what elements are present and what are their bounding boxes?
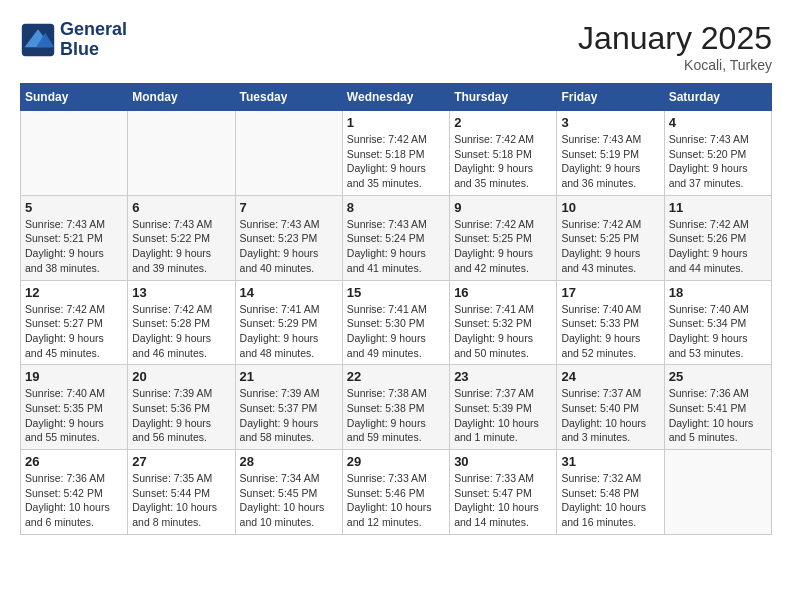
day-info: Sunrise: 7:36 AM Sunset: 5:41 PM Dayligh… — [669, 386, 767, 445]
calendar-cell: 11Sunrise: 7:42 AM Sunset: 5:26 PM Dayli… — [664, 195, 771, 280]
calendar-cell — [664, 450, 771, 535]
day-number: 30 — [454, 454, 552, 469]
day-number: 26 — [25, 454, 123, 469]
calendar-cell: 28Sunrise: 7:34 AM Sunset: 5:45 PM Dayli… — [235, 450, 342, 535]
calendar-cell: 7Sunrise: 7:43 AM Sunset: 5:23 PM Daylig… — [235, 195, 342, 280]
calendar-week-row: 5Sunrise: 7:43 AM Sunset: 5:21 PM Daylig… — [21, 195, 772, 280]
day-info: Sunrise: 7:43 AM Sunset: 5:20 PM Dayligh… — [669, 132, 767, 191]
calendar-cell: 21Sunrise: 7:39 AM Sunset: 5:37 PM Dayli… — [235, 365, 342, 450]
day-number: 6 — [132, 200, 230, 215]
calendar-cell: 10Sunrise: 7:42 AM Sunset: 5:25 PM Dayli… — [557, 195, 664, 280]
weekday-header: Tuesday — [235, 84, 342, 111]
calendar-cell: 31Sunrise: 7:32 AM Sunset: 5:48 PM Dayli… — [557, 450, 664, 535]
calendar-cell: 20Sunrise: 7:39 AM Sunset: 5:36 PM Dayli… — [128, 365, 235, 450]
calendar-cell: 30Sunrise: 7:33 AM Sunset: 5:47 PM Dayli… — [450, 450, 557, 535]
calendar-cell — [128, 111, 235, 196]
calendar-cell: 8Sunrise: 7:43 AM Sunset: 5:24 PM Daylig… — [342, 195, 449, 280]
day-info: Sunrise: 7:32 AM Sunset: 5:48 PM Dayligh… — [561, 471, 659, 530]
day-number: 5 — [25, 200, 123, 215]
calendar-cell: 25Sunrise: 7:36 AM Sunset: 5:41 PM Dayli… — [664, 365, 771, 450]
day-info: Sunrise: 7:43 AM Sunset: 5:23 PM Dayligh… — [240, 217, 338, 276]
day-number: 31 — [561, 454, 659, 469]
day-info: Sunrise: 7:40 AM Sunset: 5:33 PM Dayligh… — [561, 302, 659, 361]
day-info: Sunrise: 7:33 AM Sunset: 5:47 PM Dayligh… — [454, 471, 552, 530]
day-number: 15 — [347, 285, 445, 300]
calendar-cell: 23Sunrise: 7:37 AM Sunset: 5:39 PM Dayli… — [450, 365, 557, 450]
calendar-week-row: 12Sunrise: 7:42 AM Sunset: 5:27 PM Dayli… — [21, 280, 772, 365]
day-info: Sunrise: 7:43 AM Sunset: 5:19 PM Dayligh… — [561, 132, 659, 191]
day-info: Sunrise: 7:39 AM Sunset: 5:37 PM Dayligh… — [240, 386, 338, 445]
day-number: 28 — [240, 454, 338, 469]
day-number: 2 — [454, 115, 552, 130]
day-number: 12 — [25, 285, 123, 300]
day-number: 14 — [240, 285, 338, 300]
calendar-cell: 2Sunrise: 7:42 AM Sunset: 5:18 PM Daylig… — [450, 111, 557, 196]
weekday-header: Monday — [128, 84, 235, 111]
calendar-week-row: 1Sunrise: 7:42 AM Sunset: 5:18 PM Daylig… — [21, 111, 772, 196]
day-info: Sunrise: 7:42 AM Sunset: 5:27 PM Dayligh… — [25, 302, 123, 361]
day-info: Sunrise: 7:34 AM Sunset: 5:45 PM Dayligh… — [240, 471, 338, 530]
day-number: 16 — [454, 285, 552, 300]
calendar-header-row: SundayMondayTuesdayWednesdayThursdayFrid… — [21, 84, 772, 111]
day-number: 11 — [669, 200, 767, 215]
day-info: Sunrise: 7:40 AM Sunset: 5:35 PM Dayligh… — [25, 386, 123, 445]
calendar-cell: 4Sunrise: 7:43 AM Sunset: 5:20 PM Daylig… — [664, 111, 771, 196]
calendar-cell: 29Sunrise: 7:33 AM Sunset: 5:46 PM Dayli… — [342, 450, 449, 535]
day-number: 1 — [347, 115, 445, 130]
calendar: SundayMondayTuesdayWednesdayThursdayFrid… — [20, 83, 772, 535]
day-number: 3 — [561, 115, 659, 130]
day-number: 10 — [561, 200, 659, 215]
day-info: Sunrise: 7:41 AM Sunset: 5:30 PM Dayligh… — [347, 302, 445, 361]
page-header: General Blue January 2025 Kocali, Turkey — [20, 20, 772, 73]
weekday-header: Friday — [557, 84, 664, 111]
day-number: 20 — [132, 369, 230, 384]
calendar-cell: 15Sunrise: 7:41 AM Sunset: 5:30 PM Dayli… — [342, 280, 449, 365]
day-info: Sunrise: 7:39 AM Sunset: 5:36 PM Dayligh… — [132, 386, 230, 445]
calendar-cell: 5Sunrise: 7:43 AM Sunset: 5:21 PM Daylig… — [21, 195, 128, 280]
weekday-header: Thursday — [450, 84, 557, 111]
location: Kocali, Turkey — [578, 57, 772, 73]
day-number: 19 — [25, 369, 123, 384]
day-number: 9 — [454, 200, 552, 215]
day-info: Sunrise: 7:43 AM Sunset: 5:24 PM Dayligh… — [347, 217, 445, 276]
weekday-header: Saturday — [664, 84, 771, 111]
calendar-cell: 17Sunrise: 7:40 AM Sunset: 5:33 PM Dayli… — [557, 280, 664, 365]
day-info: Sunrise: 7:42 AM Sunset: 5:18 PM Dayligh… — [454, 132, 552, 191]
calendar-cell: 3Sunrise: 7:43 AM Sunset: 5:19 PM Daylig… — [557, 111, 664, 196]
calendar-cell — [21, 111, 128, 196]
day-info: Sunrise: 7:42 AM Sunset: 5:25 PM Dayligh… — [561, 217, 659, 276]
day-number: 4 — [669, 115, 767, 130]
calendar-cell: 6Sunrise: 7:43 AM Sunset: 5:22 PM Daylig… — [128, 195, 235, 280]
day-number: 22 — [347, 369, 445, 384]
day-info: Sunrise: 7:42 AM Sunset: 5:18 PM Dayligh… — [347, 132, 445, 191]
logo-text: General Blue — [60, 20, 127, 60]
calendar-cell: 16Sunrise: 7:41 AM Sunset: 5:32 PM Dayli… — [450, 280, 557, 365]
logo-icon — [20, 22, 56, 58]
day-info: Sunrise: 7:37 AM Sunset: 5:39 PM Dayligh… — [454, 386, 552, 445]
day-info: Sunrise: 7:38 AM Sunset: 5:38 PM Dayligh… — [347, 386, 445, 445]
day-info: Sunrise: 7:36 AM Sunset: 5:42 PM Dayligh… — [25, 471, 123, 530]
day-number: 24 — [561, 369, 659, 384]
calendar-cell: 19Sunrise: 7:40 AM Sunset: 5:35 PM Dayli… — [21, 365, 128, 450]
calendar-cell: 13Sunrise: 7:42 AM Sunset: 5:28 PM Dayli… — [128, 280, 235, 365]
calendar-cell: 14Sunrise: 7:41 AM Sunset: 5:29 PM Dayli… — [235, 280, 342, 365]
weekday-header: Sunday — [21, 84, 128, 111]
calendar-cell: 18Sunrise: 7:40 AM Sunset: 5:34 PM Dayli… — [664, 280, 771, 365]
day-number: 27 — [132, 454, 230, 469]
day-number: 8 — [347, 200, 445, 215]
month-title: January 2025 — [578, 20, 772, 57]
day-info: Sunrise: 7:41 AM Sunset: 5:32 PM Dayligh… — [454, 302, 552, 361]
day-number: 7 — [240, 200, 338, 215]
calendar-cell: 22Sunrise: 7:38 AM Sunset: 5:38 PM Dayli… — [342, 365, 449, 450]
title-area: January 2025 Kocali, Turkey — [578, 20, 772, 73]
day-number: 13 — [132, 285, 230, 300]
day-info: Sunrise: 7:42 AM Sunset: 5:25 PM Dayligh… — [454, 217, 552, 276]
day-info: Sunrise: 7:42 AM Sunset: 5:26 PM Dayligh… — [669, 217, 767, 276]
day-number: 25 — [669, 369, 767, 384]
day-number: 29 — [347, 454, 445, 469]
day-info: Sunrise: 7:35 AM Sunset: 5:44 PM Dayligh… — [132, 471, 230, 530]
day-info: Sunrise: 7:33 AM Sunset: 5:46 PM Dayligh… — [347, 471, 445, 530]
day-number: 17 — [561, 285, 659, 300]
calendar-cell: 12Sunrise: 7:42 AM Sunset: 5:27 PM Dayli… — [21, 280, 128, 365]
calendar-cell: 1Sunrise: 7:42 AM Sunset: 5:18 PM Daylig… — [342, 111, 449, 196]
